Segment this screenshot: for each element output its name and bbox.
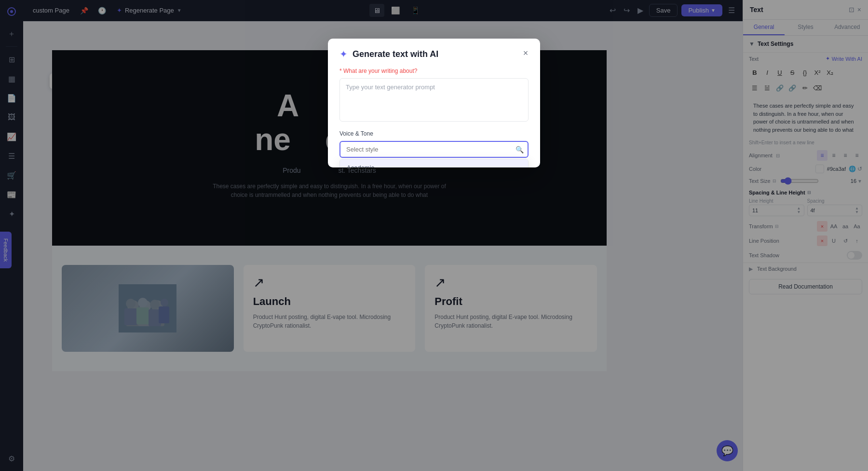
voice-dropdown: Academic Authoritative Bold Casual Confi… bbox=[339, 159, 529, 167]
modal-overlay: ✦ Generate text with AI × * What are you… bbox=[0, 0, 868, 471]
voice-tone-label: Voice & Tone bbox=[339, 130, 529, 137]
writing-topic-label: * What are your writing about? bbox=[339, 68, 529, 74]
modal-close-button[interactable]: × bbox=[519, 46, 532, 60]
modal-body: * What are your writing about? Voice & T… bbox=[328, 68, 540, 167]
writing-textarea[interactable] bbox=[339, 78, 529, 122]
voice-option-academic[interactable]: Academic bbox=[340, 159, 528, 167]
voice-select-input[interactable] bbox=[339, 141, 529, 158]
modal-header: ✦ Generate text with AI bbox=[328, 39, 540, 68]
modal-ai-icon: ✦ bbox=[339, 48, 348, 60]
modal-title: Generate text with AI bbox=[353, 49, 438, 59]
voice-select-container: 🔍 Academic Authoritative Bold Casual Con… bbox=[339, 141, 529, 158]
ai-text-modal: ✦ Generate text with AI × * What are you… bbox=[328, 39, 540, 167]
